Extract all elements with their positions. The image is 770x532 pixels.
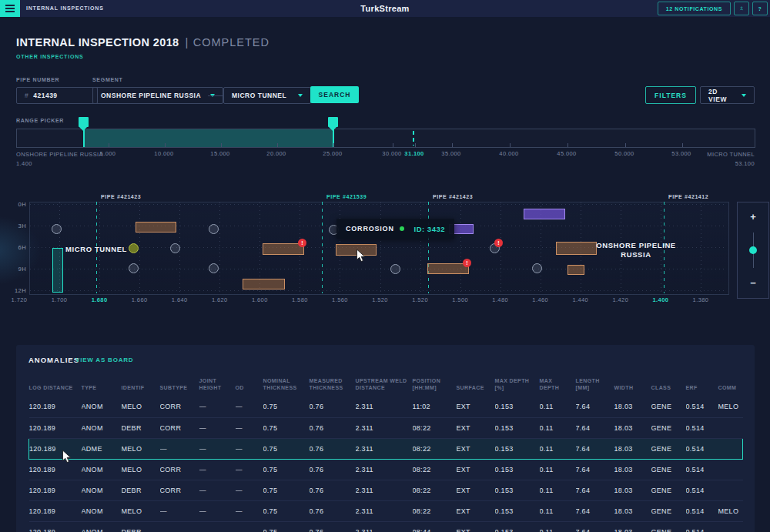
column-header[interactable]: CLASS	[651, 371, 686, 396]
range-tick	[393, 143, 393, 147]
column-header[interactable]: COMM	[718, 371, 743, 396]
anomaly-box[interactable]	[243, 279, 285, 289]
range-tick	[567, 143, 568, 147]
anomaly-circle[interactable]	[532, 263, 542, 273]
help-button[interactable]: ?	[752, 2, 768, 15]
other-inspections-link[interactable]: OTHER INSPECTIONS	[16, 54, 84, 59]
table-cell: 18.03	[614, 459, 651, 480]
x-axis-tick-label: 1.720	[12, 296, 28, 303]
column-header[interactable]: SUBTYPE	[160, 371, 199, 396]
zoom-in-button[interactable]: +	[745, 212, 761, 223]
table-row[interactable]: 120.189ADMEMELO———0.750.762.31108:22EXT0…	[29, 438, 743, 459]
anomaly-circle[interactable]	[209, 263, 219, 273]
gridline-horizontal	[30, 204, 727, 205]
zoom-out-button[interactable]: −	[745, 278, 761, 289]
column-header[interactable]: MAX DEPTH [%]	[495, 371, 540, 396]
table-cell: DEBR	[122, 480, 160, 500]
table-cell: 0.514	[686, 438, 718, 459]
anomaly-box[interactable]	[136, 222, 176, 233]
column-header[interactable]: SURFACE	[457, 371, 495, 396]
anomaly-box[interactable]	[567, 265, 584, 275]
view-mode-dropdown[interactable]: 2D VIEW	[700, 86, 755, 104]
table-cell: 08:22	[413, 500, 457, 521]
table-cell: 0.514	[686, 459, 718, 480]
view-as-board-link[interactable]: VIEW AS BOARD	[75, 356, 133, 363]
column-header[interactable]: UPSTREAM WELD DISTANCE	[356, 371, 413, 396]
anomaly-circle[interactable]	[170, 243, 180, 253]
column-header[interactable]: JOINT HEIGHT	[199, 371, 236, 396]
range-handle-left[interactable]	[79, 117, 89, 130]
pipe-boundary-label: PIPE #421412	[668, 194, 708, 199]
table-cell: CORR	[160, 480, 199, 500]
anomaly-circle[interactable]	[129, 263, 139, 273]
table-cell: 2.311	[356, 438, 413, 459]
tooltip-type-label: CORROSION	[346, 225, 394, 233]
table-row[interactable]: 120.189ANOMDEBRCORR——0.750.762.31108:22E…	[29, 417, 743, 438]
table-cell: EXT	[457, 396, 495, 417]
segment-to-dropdown[interactable]: MICRO TUNNEL	[223, 87, 311, 104]
column-header[interactable]: WIDTH	[614, 371, 651, 396]
column-header[interactable]: LENGTH [MM]	[576, 371, 614, 396]
table-cell: 0.153	[495, 417, 540, 438]
range-tick	[415, 143, 416, 147]
anomaly-box[interactable]	[336, 244, 377, 256]
anomaly-box[interactable]	[524, 209, 565, 219]
column-header[interactable]: TYPE	[82, 371, 122, 396]
table-cell: —	[199, 459, 236, 480]
table-cell: 0.514	[686, 500, 718, 521]
column-header[interactable]: NOMINAL THICKNESS	[263, 371, 310, 396]
anomaly-circle[interactable]	[52, 224, 62, 234]
range-tick	[682, 143, 683, 147]
column-header[interactable]: IDENTIF	[122, 371, 160, 396]
range-tick-label: 5.000	[100, 150, 116, 157]
anomaly-circle[interactable]	[209, 224, 219, 234]
y-axis-tick-label: 6H	[5, 244, 26, 251]
table-cell: 0.76	[310, 459, 356, 480]
table-cell: 0.514	[686, 480, 718, 500]
anomaly-box[interactable]	[556, 242, 597, 255]
table-cell: 08:22	[413, 459, 457, 480]
range-tick	[109, 143, 109, 147]
filters-button[interactable]: FILTERS	[645, 86, 696, 104]
table-cell: EXT	[457, 417, 495, 438]
range-current-marker	[413, 131, 414, 146]
table-cell: —	[199, 480, 236, 500]
table-row[interactable]: 120.189ANOMMELOCORR——0.750.762.31108:22E…	[29, 459, 743, 480]
table-cell: 120.189	[29, 521, 82, 532]
column-header[interactable]: MEASURED THICKNESS	[310, 371, 356, 396]
zoom-slider-track	[753, 233, 754, 268]
table-cell: 0.76	[310, 417, 356, 438]
column-header[interactable]: OD	[236, 371, 263, 396]
table-row[interactable]: 120.189ANOMDEBR———0.750.762.31108:44EXT0…	[29, 521, 743, 532]
anomaly-circle[interactable]	[129, 243, 139, 253]
column-header[interactable]: POSITION [HH:MM]	[413, 371, 457, 396]
pipe-number-input[interactable]: # 421439	[16, 87, 98, 104]
table-row[interactable]: 120.189ANOMDEBRCORR——0.750.762.31108:22E…	[29, 480, 743, 500]
topbar-section-label: INTERNAL INSPECTIONS	[26, 5, 104, 11]
range-handle-right[interactable]	[328, 117, 338, 130]
table-row[interactable]: 120.189ANOMMELOCORR——0.750.762.31111:02E…	[29, 396, 743, 417]
table-cell: 0.153	[495, 521, 540, 532]
column-header[interactable]: LOG DISTANCE	[29, 371, 82, 396]
segment-from-dropdown[interactable]: ONSHORE PIPELINE RUSSIA	[92, 87, 223, 104]
table-row[interactable]: 120.189ANOMMELO———0.750.762.31108:22EXT0…	[29, 500, 743, 521]
range-picker: RANGE PICKER ONSHORE PIPELINE RUSSIA1.40…	[0, 115, 770, 171]
range-track[interactable]	[16, 129, 755, 148]
status-badge: COMPLETED	[193, 36, 270, 49]
range-tick	[277, 143, 278, 147]
menu-button[interactable]	[0, 0, 20, 17]
notifications-button[interactable]: 12 NOTIFICATIONS	[658, 2, 731, 15]
selected-pipe-section[interactable]	[52, 248, 63, 293]
anomalies-title: ANOMALIES	[28, 356, 79, 364]
table-cell: 7.64	[576, 417, 614, 438]
column-header[interactable]: ERF	[686, 371, 718, 396]
search-button[interactable]: SEARCH	[310, 86, 359, 103]
table-cell: EXT	[457, 480, 495, 500]
topbar-actions: 12 NOTIFICATIONS ?	[658, 2, 768, 15]
table-cell: CORR	[160, 459, 199, 480]
column-header[interactable]: MAX DEPTH	[540, 371, 576, 396]
table-cell: 18.03	[614, 500, 651, 521]
user-button[interactable]	[734, 2, 749, 15]
anomaly-circle[interactable]	[390, 264, 400, 274]
zoom-slider-handle[interactable]	[749, 246, 757, 254]
